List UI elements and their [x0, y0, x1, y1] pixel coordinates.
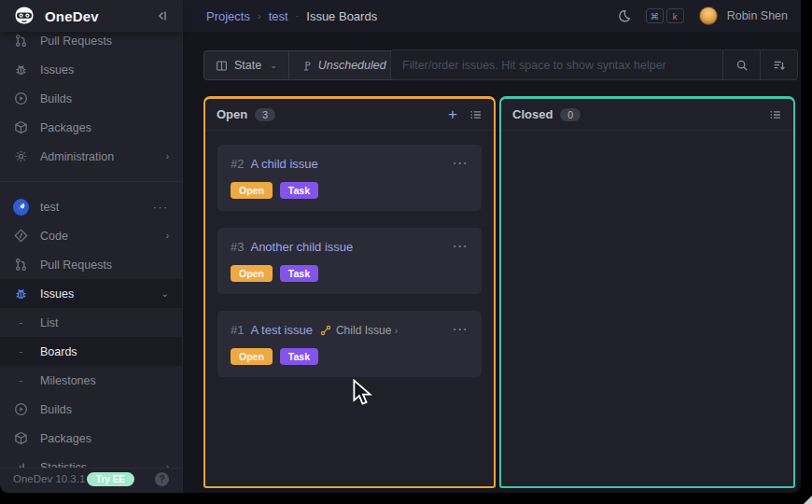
state-badge: Open	[231, 265, 273, 282]
dark-mode-icon[interactable]	[618, 9, 631, 22]
sidebar-item-issues-boards[interactable]: - Boards	[0, 337, 182, 366]
ellipsis-icon[interactable]: ···	[153, 202, 169, 213]
column-title: Closed	[512, 107, 553, 121]
sidebar-item-code[interactable]: Code ›	[0, 221, 182, 250]
chevron-right-icon: ›	[166, 231, 169, 241]
column-body-closed	[501, 131, 793, 159]
board-column-closed: Closed 0	[499, 96, 795, 488]
milestone-icon	[301, 60, 312, 72]
gear-icon	[13, 148, 29, 164]
sidebar-item-builds[interactable]: Builds	[0, 84, 182, 113]
add-card-icon[interactable]: +	[448, 106, 457, 122]
avatar[interactable]	[699, 7, 718, 25]
card-badges: Open Task	[231, 182, 469, 199]
issue-card[interactable]: #1 A test issue Child Issue › ··· Open T…	[217, 311, 482, 377]
help-icon[interactable]: ?	[155, 472, 169, 486]
issue-number: #3	[231, 240, 244, 254]
card-menu-icon[interactable]: ···	[454, 244, 469, 250]
column-count-badge: 3	[255, 108, 275, 121]
issue-number: #1	[231, 323, 244, 337]
type-badge: Task	[280, 182, 318, 199]
issue-card[interactable]: #3 Another child issue ··· Open Task	[217, 228, 482, 294]
breadcrumb: Projects › test · Issue Boards	[206, 9, 618, 23]
k-key: k	[666, 8, 684, 23]
breadcrumb-separator: ›	[258, 10, 261, 21]
version-label: OneDev 10.3.1	[13, 473, 87, 484]
chevron-down-icon: ⌄	[270, 61, 277, 70]
bug-icon	[13, 62, 29, 77]
sidebar-item-label: Issues	[40, 63, 169, 77]
try-ee-badge[interactable]: Try EE	[87, 472, 134, 486]
issue-title-link[interactable]: A child issue	[250, 157, 317, 171]
type-badge: Task	[280, 265, 318, 282]
column-count-badge: 0	[560, 108, 581, 121]
child-issue-link[interactable]: Child Issue ›	[336, 324, 398, 337]
main-content: State ⌄ Unscheduled ⌄ Open 3	[183, 32, 801, 493]
chevron-right-icon: ›	[166, 151, 169, 161]
breadcrumb-projects-link[interactable]: Projects	[206, 9, 250, 23]
board-filter-group: State ⌄ Unscheduled ⌄	[203, 50, 413, 80]
sidebar-header: OneDev	[0, 0, 182, 32]
sidebar-item-issues[interactable]: Issues	[0, 55, 182, 84]
column-menu-icon[interactable]	[769, 108, 782, 121]
sidebar-item-label: Boards	[40, 345, 169, 358]
search-icon[interactable]	[722, 50, 760, 79]
user-menu[interactable]: Robin Shen	[727, 9, 788, 22]
issue-title-link[interactable]: Another child issue	[250, 240, 353, 254]
onedev-logo-icon	[13, 5, 35, 27]
collapse-sidebar-icon[interactable]	[154, 8, 169, 23]
column-menu-icon[interactable]	[469, 108, 483, 121]
sidebar-footer: OneDev 10.3.1 Try EE ?	[0, 468, 182, 493]
app-title: OneDev	[45, 8, 154, 24]
command-palette-shortcut[interactable]: ⌘ k	[646, 8, 684, 23]
issue-title-link[interactable]: A test issue	[250, 323, 312, 337]
sidebar-item-builds-project[interactable]: Builds	[0, 395, 182, 424]
sidebar-nav: Pull Requests Issues Builds Packages	[0, 26, 182, 472]
pull-request-icon	[13, 33, 29, 49]
dash-bullet: -	[13, 316, 29, 329]
issue-filter-bar	[390, 49, 798, 80]
board-columns-icon	[216, 60, 228, 72]
column-actions	[769, 108, 782, 121]
column-header-open: Open 3 +	[205, 99, 494, 131]
chevron-down-icon: ⌄	[161, 288, 169, 299]
milestone-select-label: Unscheduled	[318, 59, 386, 72]
column-title: Open	[217, 107, 247, 121]
issue-filter-input[interactable]	[391, 50, 722, 79]
breadcrumb-project-link[interactable]: test	[269, 9, 288, 23]
package-icon	[13, 430, 29, 446]
breadcrumb-separator: ·	[296, 10, 300, 21]
app-window: Pull Requests Issues Builds Packages	[0, 0, 801, 493]
sidebar-item-label: test	[40, 201, 147, 214]
sidebar-item-issues-milestones[interactable]: - Milestones	[0, 366, 182, 395]
resize-corner	[804, 496, 812, 504]
column-actions: +	[448, 106, 483, 122]
state-badge: Open	[231, 182, 273, 199]
sidebar-item-label: Administration	[40, 150, 161, 163]
sidebar-item-packages-project[interactable]: Packages	[0, 424, 182, 453]
board-select-button[interactable]: State ⌄	[204, 51, 288, 79]
card-menu-icon[interactable]: ···	[454, 161, 469, 167]
rocket-icon	[13, 199, 29, 215]
sidebar-item-project-test[interactable]: test ···	[0, 192, 182, 221]
issue-number: #2	[231, 157, 244, 171]
order-icon[interactable]	[760, 50, 797, 79]
sidebar-item-label: Code	[40, 230, 161, 243]
issue-card[interactable]: #2 A child issue ··· Open Task	[217, 145, 482, 211]
sidebar-item-issues-list[interactable]: - List	[0, 308, 182, 337]
bug-icon	[13, 286, 29, 301]
sidebar-item-label: Milestones	[40, 374, 169, 387]
sidebar-item-issues-project[interactable]: Issues ⌄	[0, 279, 182, 308]
code-icon	[13, 228, 29, 244]
topbar-actions: ⌘ k Robin Shen	[618, 7, 788, 25]
sidebar-item-packages[interactable]: Packages	[0, 113, 182, 142]
dash-bullet: -	[13, 345, 29, 358]
sidebar-item-label: Packages	[40, 121, 169, 134]
cmd-key: ⌘	[646, 8, 664, 23]
sidebar-item-label: Issues	[40, 287, 156, 301]
sidebar-item-pull-requests-project[interactable]: Pull Requests	[0, 250, 182, 279]
breadcrumb-current-page: Issue Boards	[306, 9, 377, 23]
sidebar-item-administration[interactable]: Administration ›	[0, 142, 182, 171]
type-badge: Task	[280, 348, 318, 365]
card-menu-icon[interactable]: ···	[454, 327, 469, 333]
